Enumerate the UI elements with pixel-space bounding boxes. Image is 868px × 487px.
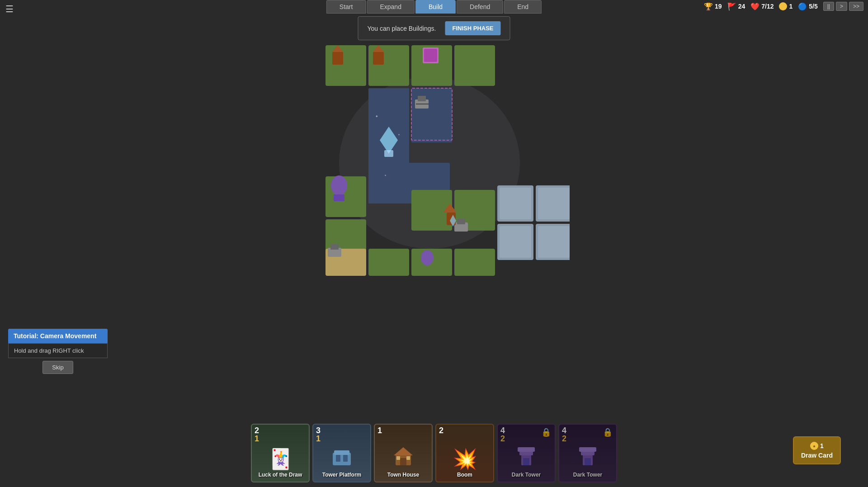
svg-text:✦: ✦ bbox=[375, 114, 378, 118]
card-label-dark-tower-1: Dark Tower bbox=[512, 472, 541, 478]
playback-controls: || > >> bbox=[823, 2, 863, 11]
tab-start[interactable]: Start bbox=[326, 0, 366, 14]
flag-stat: 🚩 24 bbox=[727, 2, 745, 11]
trophy-icon: 🏆 bbox=[704, 2, 713, 11]
tab-defend[interactable]: Defend bbox=[457, 0, 503, 14]
draw-card-label: Draw Card bbox=[801, 452, 833, 459]
svg-rect-29 bbox=[500, 226, 531, 258]
trophy-stat: 🏆 19 bbox=[704, 2, 722, 11]
svg-point-46 bbox=[421, 250, 434, 265]
card-town-house[interactable]: 1 Town House bbox=[374, 424, 433, 482]
tutorial-box: Tutorial: Camera Movement Hold and drag … bbox=[8, 329, 108, 374]
flag-value: 24 bbox=[738, 3, 745, 10]
svg-marker-56 bbox=[394, 447, 413, 455]
draw-card-coin-icon: ● bbox=[810, 442, 818, 450]
trophy-value: 19 bbox=[715, 3, 722, 10]
card-icon-townhouse bbox=[392, 444, 415, 471]
svg-rect-30 bbox=[538, 226, 570, 258]
card-icon-tower bbox=[330, 448, 353, 471]
card-dark-tower-2[interactable]: 4 2 🔒 Dark Tower bbox=[558, 424, 617, 482]
heart-value: 7/12 bbox=[761, 3, 774, 10]
card-icon-luck: 🃏 bbox=[268, 447, 293, 471]
heart-stat: ❤️ 7/12 bbox=[750, 2, 774, 11]
card-bottom-number: 2 bbox=[500, 435, 505, 443]
svg-rect-58 bbox=[396, 456, 400, 460]
lock-icon: 🔒 bbox=[541, 427, 551, 437]
card-bottom-number: 1 bbox=[255, 435, 259, 443]
card-luck-of-the-draw[interactable]: 2 1 🃏 Luck of the Draw bbox=[251, 424, 310, 482]
notification-bar: You can place Buildings. FINISH PHASE bbox=[358, 16, 510, 40]
svg-rect-43 bbox=[334, 194, 344, 201]
coin-value: 1 bbox=[789, 3, 793, 10]
stats-bar: 🏆 19 🚩 24 ❤️ 7/12 1 🔵 5/5 || > >> bbox=[704, 2, 868, 11]
forward-button[interactable]: > bbox=[836, 2, 847, 11]
card-label-tower: Tower Platform bbox=[322, 472, 361, 478]
tab-end[interactable]: End bbox=[504, 0, 542, 14]
draw-card-cost-value: 1 bbox=[820, 442, 824, 449]
svg-rect-33 bbox=[373, 52, 384, 65]
hamburger-menu[interactable]: ☰ bbox=[5, 4, 14, 14]
card-boom[interactable]: 2 💥 Boom bbox=[435, 424, 494, 482]
svg-rect-63 bbox=[523, 458, 529, 465]
card-bottom-number: 2 bbox=[562, 435, 566, 443]
svg-rect-27 bbox=[500, 188, 531, 219]
card-icon-dark-tower-1 bbox=[515, 444, 538, 471]
card-label-dark-tower-2: Dark Tower bbox=[573, 472, 602, 478]
coin-icon bbox=[779, 2, 787, 10]
card-top-number: 2 bbox=[439, 426, 443, 435]
svg-rect-36 bbox=[418, 96, 426, 101]
tutorial-title: Tutorial: Camera Movement bbox=[8, 329, 108, 343]
svg-rect-39 bbox=[384, 150, 393, 157]
svg-rect-1 bbox=[326, 45, 366, 86]
tab-expand[interactable]: Expand bbox=[367, 0, 414, 14]
skip-button[interactable]: Skip bbox=[42, 361, 73, 374]
svg-rect-54 bbox=[343, 455, 348, 462]
finish-phase-button[interactable]: FINISH PHASE bbox=[445, 21, 501, 35]
tutorial-text: Hold and drag RIGHT click bbox=[8, 343, 108, 358]
deck-icon: 🔵 bbox=[798, 2, 807, 11]
svg-rect-28 bbox=[538, 188, 570, 219]
svg-rect-66 bbox=[579, 447, 596, 452]
fast-forward-button[interactable]: >> bbox=[849, 2, 863, 11]
card-top-number: 2 bbox=[255, 426, 259, 435]
coin-stat: 1 bbox=[779, 2, 793, 10]
svg-rect-53 bbox=[336, 455, 340, 462]
card-icon-dark-tower-2 bbox=[576, 444, 599, 471]
notification-message: You can place Buildings. bbox=[367, 25, 436, 32]
svg-rect-31 bbox=[332, 52, 343, 65]
card-top-number: 4 bbox=[562, 426, 566, 435]
svg-rect-4 bbox=[454, 45, 495, 86]
draw-card-cost: ● 1 bbox=[810, 442, 824, 450]
svg-rect-62 bbox=[518, 447, 535, 452]
deck-stat: 🔵 5/5 bbox=[798, 2, 817, 11]
svg-rect-52 bbox=[334, 450, 349, 455]
pause-button[interactable]: || bbox=[823, 2, 834, 11]
svg-rect-41 bbox=[330, 244, 339, 250]
svg-point-42 bbox=[331, 175, 347, 195]
card-label-townhouse: Town House bbox=[387, 472, 419, 478]
card-tower-platform[interactable]: 3 1 Tower Platform bbox=[312, 424, 371, 482]
card-icon-boom: 💥 bbox=[453, 447, 477, 471]
svg-rect-20 bbox=[368, 249, 409, 276]
svg-rect-22 bbox=[454, 249, 495, 276]
card-label-luck: Luck of the Draw bbox=[259, 472, 302, 478]
phase-navigation: Start Expand Build Defend End bbox=[326, 0, 542, 14]
flag-icon: 🚩 bbox=[727, 2, 736, 11]
svg-rect-57 bbox=[400, 458, 406, 465]
card-label-boom: Boom bbox=[457, 472, 472, 478]
svg-rect-67 bbox=[585, 458, 591, 465]
deck-value: 5/5 bbox=[809, 3, 817, 10]
draw-card-button[interactable]: ● 1 Draw Card bbox=[793, 436, 841, 464]
svg-rect-8 bbox=[411, 88, 452, 142]
tab-build[interactable]: Build bbox=[415, 0, 456, 14]
card-bottom-number: 1 bbox=[316, 435, 321, 443]
cards-container: 2 1 🃏 Luck of the Draw 3 1 Tower Platfor… bbox=[251, 424, 617, 482]
svg-rect-6 bbox=[424, 49, 437, 62]
card-top-number: 1 bbox=[377, 426, 382, 435]
svg-text:✦: ✦ bbox=[384, 174, 387, 177]
svg-text:✦: ✦ bbox=[398, 133, 400, 136]
svg-rect-59 bbox=[406, 456, 410, 460]
svg-rect-45 bbox=[457, 219, 465, 224]
card-dark-tower-1[interactable]: 4 2 🔒 Dark Tower bbox=[497, 424, 556, 482]
game-map[interactable]: ✦ ✦ ✦ ✦ bbox=[298, 36, 570, 276]
